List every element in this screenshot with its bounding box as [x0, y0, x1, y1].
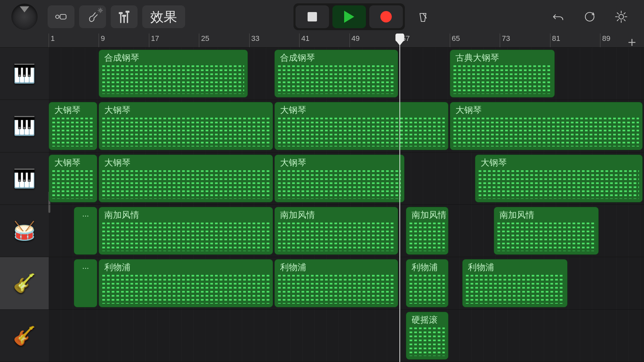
midi-notes [102, 223, 269, 251]
undo-icon [551, 10, 565, 23]
midi-region[interactable]: ... [74, 259, 98, 307]
svg-rect-1 [60, 14, 66, 19]
midi-notes [102, 118, 269, 146]
loop-button[interactable] [576, 5, 603, 28]
timeline[interactable]: ＋ 1917253341495765738189 合成钢琴合成钢琴古典大钢琴大钢… [49, 34, 644, 362]
region-label: 南加风情 [280, 209, 393, 221]
master-knob[interactable] [6, 0, 43, 34]
midi-notes [278, 118, 445, 146]
ruler-label: 17 [151, 34, 159, 43]
midi-region[interactable]: 大钢琴 [274, 102, 448, 150]
region-label: 利物浦 [468, 261, 562, 273]
midi-notes [102, 275, 269, 303]
track-lane[interactable]: ...南加风情南加风情南加风情南加风情 [49, 205, 644, 257]
track-header[interactable]: 🎹 [0, 153, 49, 205]
midi-notes [278, 275, 395, 303]
track-header[interactable]: 🎹 [0, 48, 49, 100]
region-label: 大钢琴 [481, 157, 637, 169]
ruler[interactable]: ＋ 1917253341495765738189 [49, 34, 644, 48]
track-header[interactable]: 🥁 [0, 205, 49, 257]
midi-region[interactable]: 硬摇滚 [406, 312, 448, 360]
track-header[interactable]: 🎸 [0, 257, 49, 309]
region-label: 大钢琴 [280, 157, 399, 169]
midi-region[interactable]: 合成钢琴 [99, 50, 248, 98]
midi-region[interactable]: 大钢琴 [99, 102, 273, 150]
track-lane[interactable]: 合成钢琴合成钢琴古典大钢琴 [49, 48, 644, 100]
instrument-settings-button[interactable] [79, 5, 106, 28]
region-label: 合成钢琴 [280, 52, 393, 64]
playhead[interactable] [399, 34, 400, 362]
midi-region[interactable]: 大钢琴 [475, 155, 643, 202]
midi-region[interactable]: 大钢琴 [49, 102, 97, 150]
track-lane[interactable]: 硬摇滚 [49, 310, 644, 362]
record-icon [380, 11, 392, 22]
stop-button[interactable] [296, 5, 329, 28]
midi-region[interactable]: ... [74, 207, 98, 255]
midi-notes [410, 223, 445, 251]
midi-region[interactable]: 南加风情 [494, 207, 599, 255]
fx-button[interactable]: 效果 [142, 5, 185, 28]
track-headers: 🎹🎹🎹🥁🎸🎸 [0, 34, 49, 362]
midi-region[interactable]: 大钢琴 [450, 102, 643, 150]
midi-notes [497, 223, 595, 251]
midi-region[interactable]: 利物浦 [99, 259, 273, 307]
region-label: 大钢琴 [54, 157, 92, 169]
midi-region[interactable]: 合成钢琴 [274, 50, 398, 98]
midi-region[interactable]: 利物浦 [274, 259, 398, 307]
track-header[interactable]: 🎹 [0, 100, 49, 152]
tracks-view-icon [54, 10, 68, 23]
gear-icon [614, 10, 628, 23]
svg-point-2 [99, 9, 101, 11]
drums-icon: 🥁 [13, 220, 36, 241]
midi-notes [479, 170, 639, 199]
mixer-button[interactable] [111, 5, 138, 28]
ruler-label: 25 [201, 34, 209, 43]
svg-point-0 [56, 15, 59, 18]
ruler-label: 49 [352, 34, 360, 43]
track-lane[interactable]: 大钢琴大钢琴大钢琴大钢琴 [49, 100, 644, 152]
midi-notes [52, 118, 94, 146]
piano-icon: 🎹 [13, 168, 36, 189]
settings-button[interactable] [608, 5, 635, 28]
undo-button[interactable] [545, 5, 572, 28]
mixer-icon [120, 10, 128, 23]
play-button[interactable] [332, 5, 366, 28]
region-label: 大钢琴 [54, 104, 92, 116]
region-label: 硬摇滚 [412, 314, 443, 326]
region-label: 利物浦 [280, 261, 393, 273]
midi-notes [102, 170, 269, 199]
midi-notes [278, 170, 401, 199]
track-lane[interactable]: 大钢琴大钢琴大钢琴大钢琴 [49, 153, 644, 205]
midi-notes [410, 327, 445, 356]
midi-region[interactable]: 南加风情 [406, 207, 448, 255]
track-lane[interactable]: ...利物浦利物浦利物浦利物浦 [49, 257, 644, 309]
svg-point-3 [585, 12, 594, 21]
ruler-label: 65 [452, 34, 460, 43]
midi-region[interactable]: 南加风情 [99, 207, 273, 255]
midi-notes [466, 275, 564, 303]
midi-notes [102, 65, 244, 94]
record-button[interactable] [369, 5, 403, 28]
midi-region[interactable]: 利物浦 [406, 259, 448, 307]
piano-icon: 🎹 [13, 115, 36, 136]
metronome-button[interactable] [410, 5, 436, 28]
bass-icon: 🎸 [13, 273, 36, 294]
midi-notes [410, 275, 445, 303]
midi-region[interactable]: 利物浦 [462, 259, 568, 307]
track-header[interactable]: 🎸 [0, 310, 49, 362]
view-toggle-button[interactable] [48, 5, 74, 28]
midi-notes [278, 223, 395, 251]
region-label: ... [77, 209, 95, 219]
ruler-label: 33 [251, 34, 259, 43]
midi-region[interactable]: 大钢琴 [274, 155, 405, 202]
ruler-label: 81 [552, 34, 560, 43]
ruler-label: 41 [301, 34, 309, 43]
midi-region[interactable]: 大钢琴 [49, 155, 97, 202]
midi-region[interactable]: 大钢琴 [99, 155, 273, 202]
midi-region[interactable]: 南加风情 [274, 207, 398, 255]
add-track-button[interactable]: ＋ [625, 35, 639, 48]
region-label: 大钢琴 [104, 157, 267, 169]
play-icon [344, 11, 354, 23]
ruler-label: 73 [502, 34, 510, 43]
midi-region[interactable]: 古典大钢琴 [450, 50, 555, 98]
